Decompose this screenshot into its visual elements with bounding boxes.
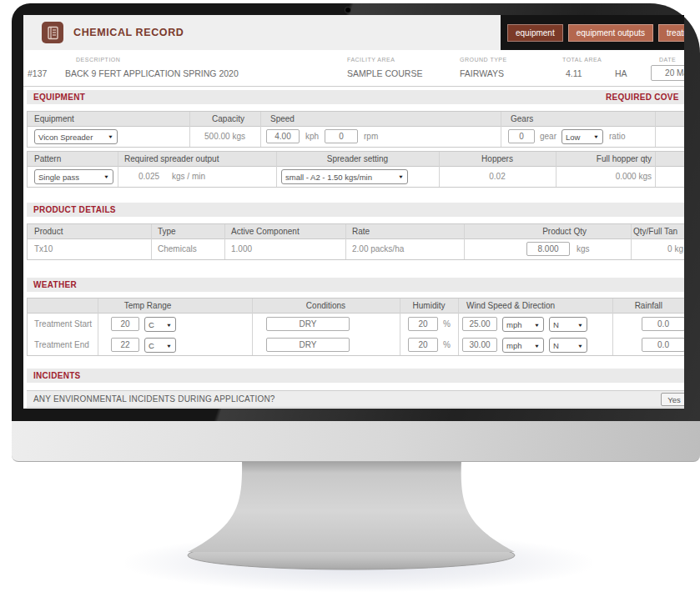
column-divider xyxy=(458,299,459,355)
wind-dir-start-select[interactable]: N ▼ xyxy=(549,317,587,332)
weather-row-treatment-start: Treatment Start C ▼ % mph ▼ N xyxy=(28,314,684,334)
total-area-label: TOTAL AREA xyxy=(562,57,602,63)
column-divider xyxy=(556,152,556,187)
column-divider xyxy=(631,224,632,259)
speed-input[interactable] xyxy=(266,129,300,143)
column-divider xyxy=(260,112,261,147)
weather-table: Temp Range Conditions Humidity Wind Spee… xyxy=(27,298,684,356)
humidity-end-input[interactable] xyxy=(408,338,438,352)
chevron-down-icon: ▼ xyxy=(577,322,583,327)
wind-unit-start-select[interactable]: mph ▼ xyxy=(502,317,544,332)
rainfall-start-input[interactable] xyxy=(642,317,684,331)
speed-col-label: Speed xyxy=(270,112,295,127)
ratio-label: ratio xyxy=(609,127,625,147)
full-hopper-value: 0.000 kgs xyxy=(556,167,652,187)
webcam-icon xyxy=(345,8,350,13)
wind-unit-end-select[interactable]: mph ▼ xyxy=(502,338,544,353)
page-title: CHEMICAL RECORD xyxy=(73,27,184,38)
output-col-label: Required spreader output xyxy=(124,152,219,167)
column-divider xyxy=(400,299,400,355)
conditions-start-input[interactable] xyxy=(266,317,350,331)
gear-input[interactable] xyxy=(508,129,535,143)
product-qty-unit-label: kgs xyxy=(577,239,590,259)
equipment-select[interactable]: Vicon Spreader ▼ xyxy=(34,129,118,144)
temp-end-unit-select[interactable]: C ▼ xyxy=(144,338,176,353)
qty-full-tank-value: 0 kg xyxy=(633,239,683,259)
full-hopper-col-label: Full hopper qty xyxy=(556,152,652,167)
temp-end-input[interactable] xyxy=(111,338,139,352)
chevron-down-icon: ▼ xyxy=(534,343,540,348)
column-divider xyxy=(655,152,656,187)
output-unit-label: kgs / min xyxy=(172,167,205,187)
rpm-unit-label: rpm xyxy=(364,127,378,147)
chemical-record-app: CHEMICAL RECORD equipment equipment outp… xyxy=(23,15,684,409)
app-header-bar: CHEMICAL RECORD equipment equipment outp… xyxy=(23,15,684,50)
column-divider xyxy=(252,299,253,355)
hoppers-col-label: Hoppers xyxy=(439,152,556,167)
equipment-table-1-row: Vicon Spreader ▼ 500.00 kgs kph rpm gear… xyxy=(28,127,684,147)
equipment-table-2-row: Single pass ▼ 0.025 kgs / min small - A2… xyxy=(28,167,684,187)
spreader-setting-select-value: small - A2 - 1.50 kgs/min xyxy=(285,173,372,182)
spreader-setting-select[interactable]: small - A2 - 1.50 kgs/min ▼ xyxy=(281,169,408,184)
capacity-col-label: Capacity xyxy=(193,112,264,127)
humidity-start-input[interactable] xyxy=(408,317,438,331)
pattern-select[interactable]: Single pass ▼ xyxy=(34,169,113,184)
product-details-section-header: PRODUCT DETAILS xyxy=(27,203,684,217)
wind-speed-start-input[interactable] xyxy=(462,317,497,331)
equipment-col-label: Equipment xyxy=(34,112,74,127)
output-value: 0.025 xyxy=(138,167,159,187)
incidents-question: ANY ENVIRONMENTAL INCIDENTS DURING APPLI… xyxy=(33,394,275,404)
chevron-down-icon: ▼ xyxy=(398,174,404,179)
rate-col-label: Rate xyxy=(352,224,370,239)
product-table-header: Product Type Active Component Rate Produ… xyxy=(28,224,684,239)
equipment-nav-button[interactable]: equipment xyxy=(507,24,563,42)
product-col-label: Product xyxy=(34,224,63,239)
product-qty-col-label: Product Qty xyxy=(495,224,587,239)
temp-unit-value: C xyxy=(149,341,154,350)
chevron-down-icon: ▼ xyxy=(166,322,172,327)
product-table: Product Type Active Component Rate Produ… xyxy=(27,223,684,260)
active-component-col-label: Active Component xyxy=(231,224,300,239)
record-description: BACK 9 FERT APPLICATION SPRING 2020 xyxy=(65,68,239,78)
wind-unit-value: mph xyxy=(506,341,521,350)
equipment-outputs-nav-button[interactable]: equipment outputs xyxy=(568,24,653,42)
date-label: DATE xyxy=(659,57,676,63)
chevron-down-icon: ▼ xyxy=(166,343,172,348)
gear-ratio-select-value: Low xyxy=(566,133,580,142)
screen: CHEMICAL RECORD equipment equipment outp… xyxy=(23,15,684,409)
weather-table-header: Temp Range Conditions Humidity Wind Spee… xyxy=(28,299,684,314)
rate-value: 2.00 packs/ha xyxy=(352,239,404,259)
equipment-section-header: EQUIPMENT REQUIRED COVE xyxy=(27,90,684,104)
column-divider xyxy=(501,112,501,147)
column-divider xyxy=(189,112,190,147)
monitor-stand xyxy=(133,460,567,577)
weather-row-label: Treatment Start xyxy=(34,314,92,334)
column-divider xyxy=(612,299,613,355)
gear-ratio-select[interactable]: Low ▼ xyxy=(562,129,603,144)
hoppers-value: 0.02 xyxy=(439,167,556,187)
column-divider xyxy=(345,224,346,259)
treatment-details-nav-button[interactable]: treatment details xyxy=(658,24,684,42)
temp-start-unit-select[interactable]: C ▼ xyxy=(144,317,176,332)
qty-full-tank-col-label: Qty/Full Tan xyxy=(633,224,677,239)
date-input[interactable] xyxy=(651,65,684,81)
conditions-end-input[interactable] xyxy=(266,338,350,352)
monitor-chin xyxy=(12,421,700,462)
chemical-record-icon xyxy=(42,22,63,43)
active-component-value: 1.000 xyxy=(231,239,252,259)
setting-col-label: Spreader setting xyxy=(276,152,439,167)
equipment-table-1-header: Equipment Capacity Speed Gears xyxy=(28,112,684,127)
humidity-unit-label: % xyxy=(443,334,451,355)
speed-unit-label: kph xyxy=(305,127,319,147)
conditions-col-label: Conditions xyxy=(252,299,400,314)
product-details-section-title: PRODUCT DETAILS xyxy=(33,205,116,214)
rainfall-end-input[interactable] xyxy=(642,338,684,352)
rpm-input[interactable] xyxy=(325,129,358,143)
wind-speed-end-input[interactable] xyxy=(462,338,497,352)
product-qty-input[interactable] xyxy=(526,242,570,256)
wind-dir-end-select[interactable]: N ▼ xyxy=(549,338,587,353)
incidents-yes-button[interactable]: Yes xyxy=(661,393,684,406)
type-value: Chemicals xyxy=(158,239,197,259)
temp-start-input[interactable] xyxy=(111,317,139,331)
product-table-row: Tx10 Chemicals 1.000 2.00 packs/ha kgs 0… xyxy=(28,239,684,259)
